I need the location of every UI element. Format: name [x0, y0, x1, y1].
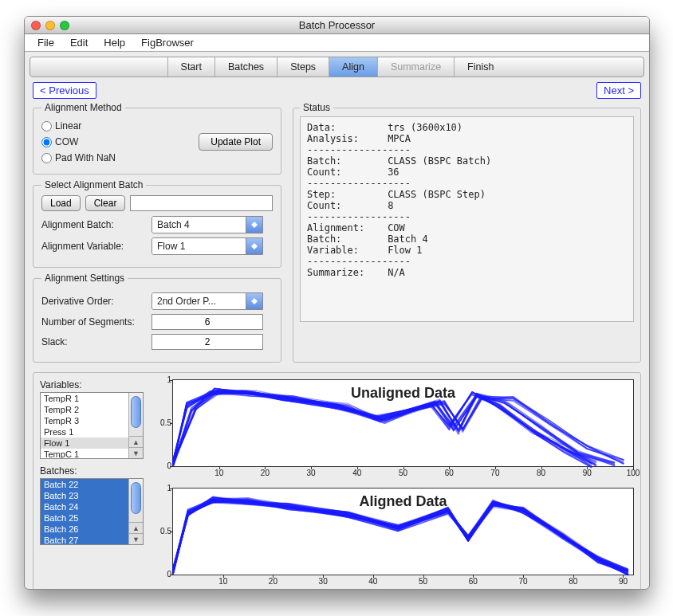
- aligned-plot: Aligned Data 00.51102030405060708090: [172, 488, 634, 575]
- window-title: Batch Processor: [25, 19, 649, 31]
- derivative-order-label: Derivative Order:: [41, 296, 145, 307]
- tab-batches[interactable]: Batches: [214, 57, 277, 77]
- x-tick-label: 100: [627, 469, 640, 477]
- x-tick-label: 80: [569, 577, 577, 586]
- alignment-method-group: Alignment Method Linear COW Pad With NaN: [33, 102, 281, 175]
- alignment-variable-combo[interactable]: Flow 1: [152, 237, 263, 255]
- alignment-method-legend: Alignment Method: [41, 102, 125, 113]
- y-tick-label: 0: [154, 570, 171, 579]
- update-plot-button[interactable]: Update Plot: [199, 133, 273, 151]
- y-tick-label: 1: [154, 484, 171, 492]
- zoom-icon[interactable]: [60, 21, 69, 30]
- plots-panel: Variables: TempR 1 TempR 2 TempR 3 Press…: [33, 372, 641, 590]
- y-tick-label: 0.5: [154, 418, 171, 427]
- x-tick-label: 80: [537, 469, 545, 477]
- previous-button[interactable]: Previous: [33, 82, 96, 99]
- batches-listbox[interactable]: Batch 22 Batch 23 Batch 24 Batch 25 Batc…: [40, 478, 144, 545]
- list-item[interactable]: Batch 22: [41, 479, 128, 490]
- list-item[interactable]: TempR 1: [41, 393, 128, 404]
- x-tick-label: 30: [319, 577, 328, 586]
- list-item[interactable]: Press 1: [41, 426, 128, 437]
- variables-listbox[interactable]: TempR 1 TempR 2 TempR 3 Press 1 Flow 1 T…: [40, 392, 144, 459]
- x-tick-label: 40: [352, 469, 361, 477]
- tab-start[interactable]: Start: [167, 57, 214, 77]
- radio-linear[interactable]: Linear: [41, 120, 116, 131]
- list-item[interactable]: Batch 24: [41, 501, 128, 512]
- x-tick-label: 20: [261, 469, 270, 477]
- tab-align[interactable]: Align: [329, 57, 377, 77]
- clear-button[interactable]: Clear: [85, 195, 126, 211]
- menu-help[interactable]: Help: [96, 35, 133, 50]
- scrollbar[interactable]: ▲ ▼: [128, 479, 143, 544]
- close-icon[interactable]: [31, 21, 41, 30]
- scrollbar[interactable]: ▲ ▼: [128, 393, 143, 458]
- app-window: Batch Processor File Edit Help FigBrowse…: [24, 16, 650, 590]
- scroll-down-icon[interactable]: ▼: [129, 447, 143, 458]
- titlebar: Batch Processor: [25, 17, 649, 34]
- x-tick-label: 40: [368, 577, 377, 586]
- tab-steps[interactable]: Steps: [277, 57, 329, 77]
- x-tick-label: 60: [445, 469, 454, 477]
- menu-file[interactable]: File: [30, 35, 62, 50]
- x-tick-label: 70: [490, 469, 499, 477]
- variables-label: Variables:: [40, 379, 144, 390]
- minimize-icon[interactable]: [45, 21, 55, 30]
- x-tick-label: 90: [619, 577, 628, 586]
- list-item[interactable]: TempC 1: [41, 449, 128, 459]
- batches-label: Batches:: [40, 465, 144, 477]
- status-text: Data: trs (3600x10) Analysis: MPCA -----…: [300, 116, 634, 322]
- menubar: File Edit Help FigBrowser: [25, 34, 649, 52]
- y-tick-label: 1: [154, 375, 171, 384]
- list-item[interactable]: Flow 1: [41, 437, 128, 449]
- y-tick-label: 0: [154, 461, 171, 470]
- list-item[interactable]: Batch 23: [41, 490, 128, 501]
- scroll-up-icon[interactable]: ▲: [129, 522, 143, 533]
- alignment-batch-combo[interactable]: Batch 4: [152, 216, 263, 233]
- scroll-up-icon[interactable]: ▲: [129, 436, 143, 447]
- list-item[interactable]: TempR 3: [41, 415, 128, 426]
- status-legend: Status: [300, 102, 333, 113]
- x-tick-label: 10: [214, 469, 223, 477]
- scroll-thumb[interactable]: [131, 396, 141, 428]
- select-batch-legend: Select Alignment Batch: [41, 179, 146, 190]
- x-tick-label: 50: [419, 577, 427, 586]
- alignment-variable-label: Alignment Variable:: [41, 241, 145, 252]
- unaligned-plot: Unaligned Data 00.5110203040506070809010…: [172, 379, 634, 467]
- tab-summarize: Summarize: [377, 57, 454, 77]
- scroll-thumb[interactable]: [131, 482, 141, 514]
- load-button[interactable]: Load: [41, 195, 81, 211]
- x-tick-label: 50: [399, 469, 407, 477]
- menu-edit[interactable]: Edit: [62, 35, 96, 50]
- x-tick-label: 30: [307, 469, 316, 477]
- list-item[interactable]: Batch 26: [41, 524, 128, 535]
- x-tick-label: 10: [218, 577, 227, 586]
- x-tick-label: 70: [518, 577, 527, 586]
- alignment-batch-label: Alignment Batch:: [41, 219, 145, 230]
- list-item[interactable]: Batch 27: [41, 535, 128, 545]
- derivative-order-combo[interactable]: 2nd Order P...: [152, 292, 263, 310]
- next-button[interactable]: Next: [596, 82, 641, 99]
- list-item[interactable]: Batch 25: [41, 512, 128, 524]
- alignment-settings-group: Alignment Settings Derivative Order: 2nd…: [33, 273, 281, 363]
- wizard-tabs: Start Batches Steps Align Summarize Fini…: [30, 57, 644, 77]
- chevron-updown-icon: [246, 293, 262, 309]
- chevron-updown-icon: [246, 217, 262, 233]
- number-segments-label: Number of Segments:: [41, 316, 145, 328]
- number-segments-input[interactable]: [152, 314, 263, 330]
- select-alignment-batch-group: Select Alignment Batch Load Clear Alignm…: [33, 179, 281, 268]
- x-tick-label: 90: [583, 469, 592, 477]
- chevron-updown-icon: [246, 238, 262, 254]
- tab-finish[interactable]: Finish: [454, 57, 506, 77]
- slack-label: Slack:: [41, 336, 145, 347]
- x-tick-label: 20: [269, 577, 277, 586]
- list-item[interactable]: TempR 2: [41, 404, 128, 415]
- slack-input[interactable]: [152, 334, 263, 350]
- radio-cow[interactable]: COW: [41, 136, 116, 147]
- menu-figbrowser[interactable]: FigBrowser: [133, 35, 202, 50]
- y-tick-label: 0.5: [154, 527, 171, 536]
- status-group: Status Data: trs (3600x10) Analysis: MPC…: [293, 102, 641, 363]
- batch-search-input[interactable]: [130, 195, 273, 211]
- x-tick-label: 60: [469, 577, 478, 586]
- scroll-down-icon[interactable]: ▼: [129, 533, 143, 544]
- radio-padnan[interactable]: Pad With NaN: [41, 152, 116, 163]
